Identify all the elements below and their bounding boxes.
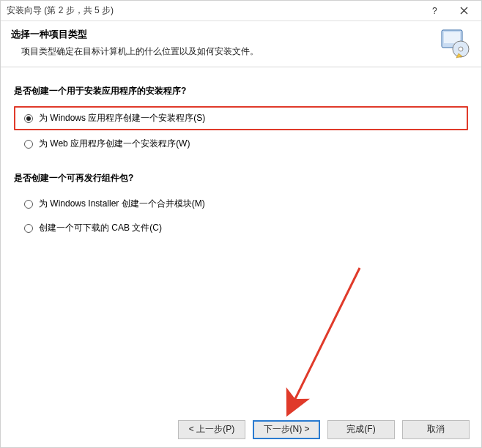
titlebar: 安装向导 (第 2 步，共 5 步) ? <box>1 1 481 21</box>
question-installer: 是否创建一个用于安装应用程序的安装程序? <box>14 85 468 97</box>
help-icon: ? <box>430 7 439 15</box>
radio-cab-file[interactable]: 创建一个可下载的 CAB 文件(C) <box>14 217 468 239</box>
installer-wizard-icon <box>439 27 471 59</box>
wizard-buttons: < 上一步(P) 下一步(N) > 完成(F) 取消 <box>1 415 481 447</box>
radio-windows-app[interactable]: 为 Windows 应用程序创建一个安装程序(S) <box>14 106 468 130</box>
radio-label: 创建一个可下载的 CAB 文件(C) <box>39 222 162 234</box>
radio-indicator <box>24 224 33 233</box>
close-button[interactable] <box>449 1 478 20</box>
finish-button[interactable]: 完成(F) <box>327 420 395 439</box>
svg-text:?: ? <box>432 7 437 15</box>
radio-indicator <box>24 140 33 149</box>
radio-indicator <box>24 114 33 123</box>
next-button[interactable]: 下一步(N) > <box>253 420 320 439</box>
wizard-header: 选择一种项目类型 项目类型确定在目标计算机上的什么位置以及如何安装文件。 <box>1 21 481 67</box>
close-icon <box>460 7 468 15</box>
radio-indicator <box>24 200 33 209</box>
question-redistributable: 是否创建一个可再发行组件包? <box>14 172 468 184</box>
radio-label: 为 Windows Installer 创建一个合并模块(M) <box>39 198 205 210</box>
help-button[interactable]: ? <box>420 1 449 20</box>
radio-label: 为 Windows 应用程序创建一个安装程序(S) <box>39 112 205 124</box>
svg-point-6 <box>459 47 463 51</box>
radio-merge-module[interactable]: 为 Windows Installer 创建一个合并模块(M) <box>14 193 468 214</box>
wizard-content: 是否创建一个用于安装应用程序的安装程序? 为 Windows 应用程序创建一个安… <box>1 67 481 415</box>
page-title: 选择一种项目类型 <box>11 29 471 41</box>
radio-label: 为 Web 应用程序创建一个安装程序(W) <box>39 138 190 150</box>
wizard-dialog: 安装向导 (第 2 步，共 5 步) ? 选择一种项目类型 项目类型确定在目标计… <box>0 0 482 448</box>
prev-button[interactable]: < 上一步(P) <box>178 420 245 439</box>
page-subtitle: 项目类型确定在目标计算机上的什么位置以及如何安装文件。 <box>11 45 471 58</box>
radio-web-app[interactable]: 为 Web 应用程序创建一个安装程序(W) <box>14 133 468 154</box>
window-title: 安装向导 (第 2 步，共 5 步) <box>7 4 420 17</box>
cancel-button[interactable]: 取消 <box>402 420 470 439</box>
